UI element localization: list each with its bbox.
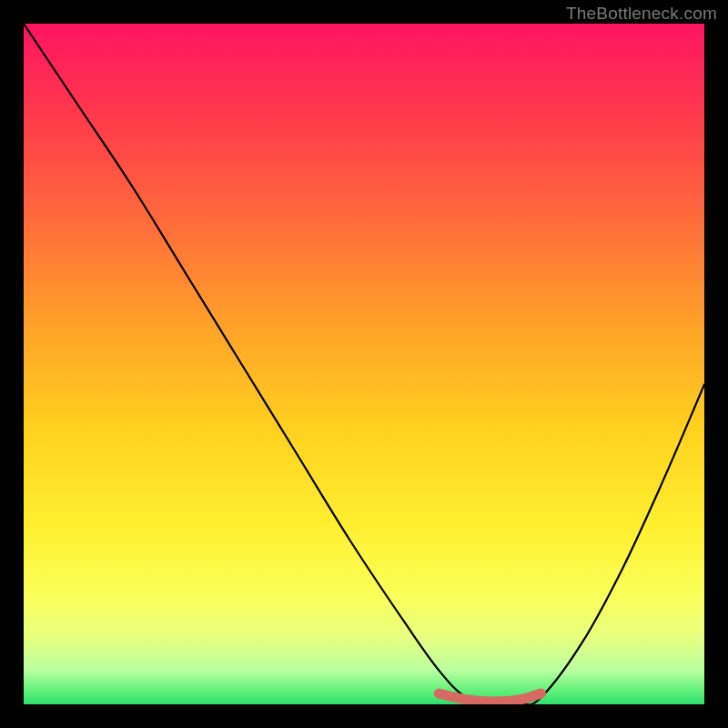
chart-container: TheBottleneck.com bbox=[0, 0, 728, 728]
plot-area bbox=[24, 24, 704, 704]
flat-highlight-path bbox=[439, 693, 541, 702]
curve-svg bbox=[24, 24, 704, 704]
bottleneck-curve-path bbox=[24, 24, 704, 704]
watermark-text: TheBottleneck.com bbox=[566, 4, 717, 24]
